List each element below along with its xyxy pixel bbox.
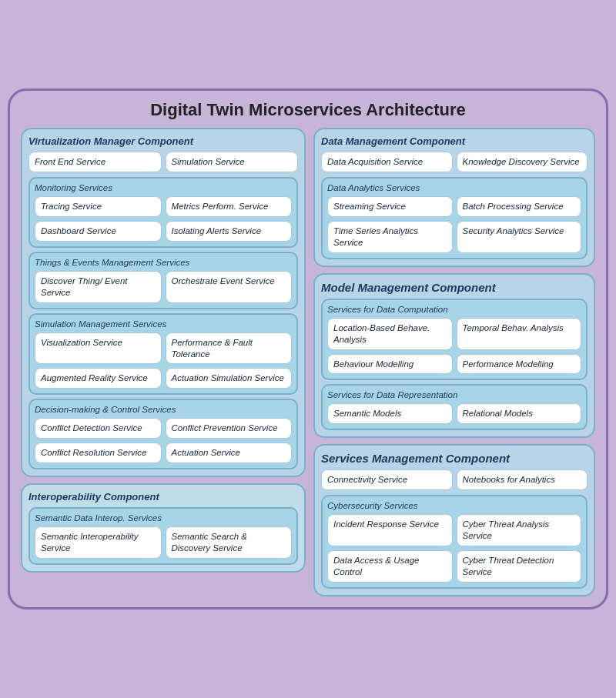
service-box: Metrics Perform. Service (166, 196, 293, 217)
service-box: Discover Thing/ Event Service (35, 271, 162, 303)
vm-top-services: Front End Service Simulation Service (28, 152, 298, 172)
service-box: Dashboard Service (35, 221, 162, 242)
service-box: Location-Based Behave. Analysis (327, 318, 453, 350)
interop-grid: Semantic Interoperability Service Semant… (35, 526, 292, 559)
simulation-mgmt-grid: Visualization Service Performance & Faul… (35, 332, 292, 389)
computation-title: Services for Data Computation (327, 305, 581, 314)
outer-container: Digital Twin Microservices Architecture … (8, 89, 608, 609)
service-box: Isolating Alerts Service (166, 221, 293, 242)
services-mgmt-top: Connectivity Service Notebooks for Analy… (321, 469, 588, 490)
service-box: Front End Service (28, 152, 162, 172)
service-box: Streaming Service (327, 196, 453, 217)
representation-grid: Semantic Models Relational Models (327, 403, 581, 424)
service-box: Semantic Interoperability Service (35, 526, 162, 559)
interop-panel: Interoperability Component Semantic Data… (21, 483, 306, 573)
service-box: Time Series Analytics Service (327, 221, 453, 253)
two-column-layout: Virtualization Manager Component Front E… (21, 128, 595, 596)
service-box: Semantic Search & Discovery Service (166, 526, 293, 559)
cybersecurity-title: Cybersecurity Services (327, 501, 581, 510)
service-box: Connectivity Service (321, 469, 453, 490)
service-box: Cyber Threat Detection Service (457, 550, 582, 583)
monitoring-grid: Tracing Service Metrics Perform. Service… (35, 196, 292, 242)
main-title: Digital Twin Microservices Architecture (21, 100, 595, 120)
representation-panel: Services for Data Representation Semanti… (321, 384, 588, 430)
interop-sub-title: Semantic Data Interop. Services (35, 513, 292, 523)
service-box: Data Acquisition Service (321, 152, 453, 172)
service-box: Simulation Service (166, 152, 299, 172)
service-box: Knowledge Discovery Service (457, 152, 588, 172)
service-box: Actuation Simulation Service (166, 368, 293, 389)
model-mgmt-title: Model Management Component (321, 281, 588, 294)
interop-sub: Semantic Data Interop. Services Semantic… (28, 507, 298, 565)
things-events-panel: Things & Events Management Services Disc… (28, 252, 298, 309)
services-mgmt-title: Services Management Component (321, 452, 588, 465)
cybersecurity-panel: Cybersecurity Services Incident Response… (321, 495, 588, 589)
service-box: Performance & Fault Tolerance (166, 332, 293, 365)
analytics-panel: Data Analytics Services Streaming Servic… (321, 177, 588, 259)
monitoring-title: Monitoring Services (35, 183, 292, 192)
things-title: Things & Events Management Services (35, 258, 292, 267)
service-box: Augmented Reality Service (35, 368, 162, 389)
service-box: Incident Response Service (327, 514, 453, 546)
monitoring-services-panel: Monitoring Services Tracing Service Metr… (28, 177, 298, 248)
interop-title: Interoperability Component (28, 491, 298, 503)
service-box: Actuation Service (166, 443, 293, 463)
service-box: Notebooks for Analytics (457, 469, 588, 490)
left-column: Virtualization Manager Component Front E… (21, 128, 306, 596)
service-box: Conflict Resolution Service (35, 443, 162, 463)
things-grid: Discover Thing/ Event Service Orchestrat… (35, 271, 292, 303)
simulation-mgmt-title: Simulation Management Services (35, 319, 292, 329)
data-mgmt-top: Data Acquisition Service Knowledge Disco… (321, 152, 588, 172)
representation-title: Services for Data Representation (327, 390, 581, 399)
analytics-grid: Streaming Service Batch Processing Servi… (327, 196, 581, 253)
computation-panel: Services for Data Computation Location-B… (321, 299, 588, 381)
simulation-mgmt-panel: Simulation Management Services Visualiza… (28, 313, 298, 396)
service-box: Semantic Models (327, 403, 453, 424)
service-box: Orchestrate Event Service (166, 271, 293, 303)
service-box: Performance Modelling (457, 354, 582, 375)
decision-panel: Decision-making & Control Services Confl… (28, 399, 298, 469)
computation-grid: Location-Based Behave. Analysis Temporal… (327, 318, 581, 375)
service-box: Security Analytics Service (457, 221, 582, 253)
data-mgmt-title: Data Management Component (321, 135, 588, 147)
decision-grid: Conflict Detection Service Conflict Prev… (35, 418, 292, 463)
service-box: Batch Processing Service (457, 196, 582, 217)
virtualization-title: Virtualization Manager Component (28, 135, 298, 147)
service-box: Visualization Service (35, 332, 162, 365)
analytics-title: Data Analytics Services (327, 183, 581, 192)
right-column: Data Management Component Data Acquisiti… (313, 128, 595, 596)
service-box: Relational Models (457, 403, 582, 424)
data-mgmt-panel: Data Management Component Data Acquisiti… (313, 128, 595, 267)
service-box: Data Access & Usage Control (327, 550, 453, 583)
service-box: Behaviour Modelling (327, 354, 453, 375)
service-box: Tracing Service (35, 196, 162, 217)
virtualization-manager-panel: Virtualization Manager Component Front E… (21, 128, 306, 477)
services-mgmt-panel: Services Management Component Connectivi… (313, 444, 595, 596)
cybersecurity-grid: Incident Response Service Cyber Threat A… (327, 514, 581, 583)
decision-title: Decision-making & Control Services (35, 405, 292, 414)
service-box: Conflict Prevention Service (166, 418, 293, 439)
model-mgmt-panel: Model Management Component Services for … (313, 273, 595, 439)
service-box: Temporal Behav. Analysis (457, 318, 582, 350)
service-box: Cyber Threat Analysis Service (457, 514, 582, 546)
service-box: Conflict Detection Service (35, 418, 162, 439)
